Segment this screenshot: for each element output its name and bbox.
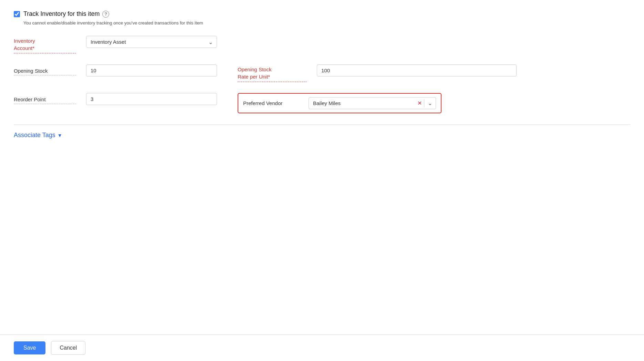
- inventory-account-row: Inventory Account* Inventory Asset ⌄: [14, 36, 630, 53]
- reorder-point-group: Reorder Point: [14, 93, 217, 105]
- associate-tags-button[interactable]: Associate Tags ▼: [14, 132, 62, 139]
- opening-stock-input[interactable]: [86, 64, 217, 76]
- reorder-point-row: Reorder Point Preferred Vendor ✕ ⌄: [14, 93, 630, 113]
- preferred-vendor-group: Preferred Vendor ✕ ⌄: [238, 93, 442, 113]
- chevron-down-icon[interactable]: ⌄: [424, 100, 436, 106]
- preferred-vendor-highlighted-box: Preferred Vendor ✕ ⌄: [238, 93, 442, 113]
- footer-bar: Save Cancel: [0, 334, 644, 361]
- help-icon[interactable]: ?: [102, 11, 109, 18]
- track-inventory-subtitle: You cannot enable/disable inventory trac…: [23, 20, 630, 25]
- preferred-vendor-input[interactable]: [309, 97, 415, 109]
- opening-stock-group: Opening Stock: [14, 64, 217, 76]
- reorder-point-label: Reorder Point: [14, 93, 76, 104]
- track-inventory-checkbox[interactable]: [14, 11, 20, 17]
- chevron-down-icon: ▼: [58, 133, 62, 138]
- opening-stock-rate-label: Opening Stock Rate per Unit*: [238, 64, 307, 82]
- clear-icon[interactable]: ✕: [415, 101, 424, 106]
- main-container: Track Inventory for this item ? You cann…: [0, 0, 644, 139]
- opening-stock-rate-input[interactable]: [317, 64, 517, 76]
- section-divider: [14, 124, 630, 125]
- track-inventory-row: Track Inventory for this item ?: [14, 10, 630, 18]
- preferred-vendor-label: Preferred Vendor: [243, 100, 302, 106]
- reorder-point-input[interactable]: [86, 93, 217, 105]
- preferred-vendor-input-wrapper: ✕ ⌄: [309, 97, 436, 109]
- save-button[interactable]: Save: [14, 341, 45, 354]
- cancel-button[interactable]: Cancel: [51, 341, 85, 355]
- inventory-account-select[interactable]: Inventory Asset: [86, 36, 217, 48]
- opening-stock-row: Opening Stock Opening Stock Rate per Uni…: [14, 64, 630, 82]
- inventory-account-select-wrapper: Inventory Asset ⌄: [86, 36, 217, 48]
- opening-stock-rate-group: Opening Stock Rate per Unit*: [238, 64, 517, 82]
- track-inventory-label: Track Inventory for this item ?: [23, 10, 109, 18]
- form-section: Inventory Account* Inventory Asset ⌄ Ope…: [14, 36, 630, 113]
- opening-stock-label: Opening Stock: [14, 64, 76, 75]
- inventory-account-label: Inventory Account*: [14, 36, 76, 53]
